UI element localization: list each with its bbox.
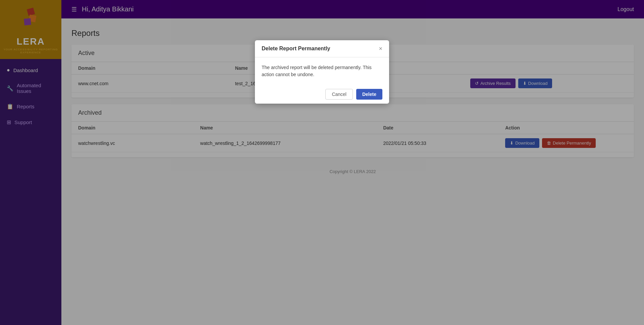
modal: Delete Report Permanently × The archived… xyxy=(255,40,389,104)
modal-title: Delete Report Permanently xyxy=(262,46,330,52)
modal-body-text: The archived report will be deleted perm… xyxy=(262,64,382,78)
modal-cancel-button[interactable]: Cancel xyxy=(325,89,353,100)
modal-header: Delete Report Permanently × xyxy=(255,40,389,57)
modal-overlay: Delete Report Permanently × The archived… xyxy=(0,0,644,325)
close-icon: × xyxy=(379,45,382,52)
main-area: ☰ Hi, Aditya Bikkani Logout Reports Acti… xyxy=(61,0,644,325)
modal-body: The archived report will be deleted perm… xyxy=(255,57,389,85)
modal-delete-button[interactable]: Delete xyxy=(356,89,382,100)
modal-footer: Cancel Delete xyxy=(255,85,389,104)
modal-close-button[interactable]: × xyxy=(379,46,382,52)
